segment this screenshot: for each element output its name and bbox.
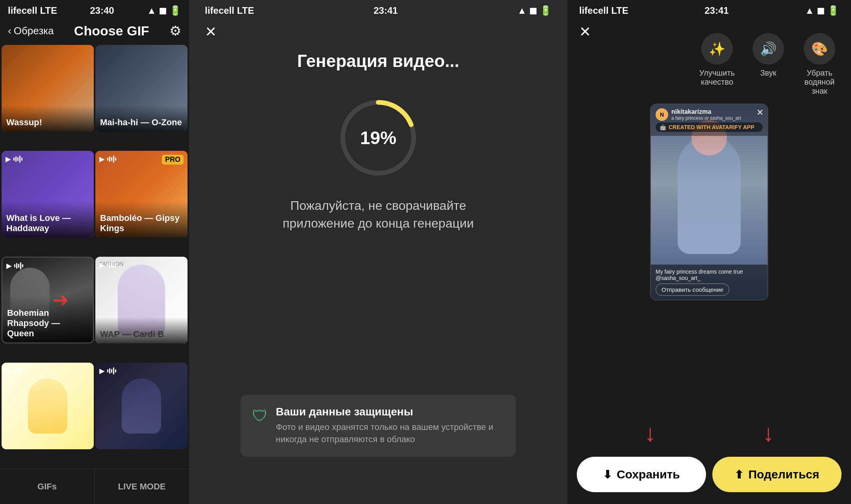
share-label: Поделиться [748,468,819,481]
bottom-tabs: GIFs LIVE MODE [0,469,189,504]
play-bar-gifs: ▶ [6,367,22,375]
send-message-button[interactable]: Отправить сообщение [656,284,729,296]
gif-item-wassup[interactable]: Wassup! [2,45,94,132]
waveform [13,156,22,163]
generation-subtitle: Пожалуйста, не сворачивайте приложение д… [282,197,474,232]
watermark-label: Убрать водяной знак [800,69,839,96]
watermark-icon: 🎨 [804,33,835,65]
chevron-left-icon: ‹ [8,25,11,37]
save-label: Сохранить [617,468,680,481]
waveform-6 [107,367,116,374]
gear-icon[interactable]: ⚙ [169,23,181,39]
security-body: Фото и видео хранятся только на вашем ус… [276,421,504,446]
play-icon-3: ▶ [6,261,12,270]
action-watermark[interactable]: 🎨 Убрать водяной знак [800,33,839,96]
action-sound[interactable]: 🔊 Звук [753,33,784,96]
tab-gifs[interactable]: GIFs [0,469,95,504]
video-footer: My fairy princess dreams come true @sash… [651,265,767,300]
enhance-label: Улучшить качество [697,69,737,87]
gif-label-wap: WAP — Cardi B [95,317,188,343]
share-icon: ⬆ [734,468,743,481]
play-bar-bohemian: ▶ [6,261,23,270]
user-info: N nikitakarizma a fairy princess or sash… [656,108,763,121]
close-button[interactable]: ✕ [205,24,217,40]
back-label: Обрезка [14,25,54,37]
security-title: Ваши данные защищены [276,406,504,418]
gif-item-gifs[interactable]: ▶ [2,363,94,449]
play-icon-2: ▶ [99,155,105,163]
gif-item-wap[interactable]: FASHION ▶ WAP — Cardi B [95,257,188,343]
video-close-icon: ✕ [756,107,764,118]
video-caption: My fairy princess dreams come true @sash… [656,269,763,281]
gif-label-maihahi: Mai-ha-hi — O-Zone [95,106,188,132]
enhance-icon: ✨ [701,33,733,65]
generation-title: Генерация видео... [297,51,459,71]
video-header: N nikitakarizma a fairy princess or sash… [651,104,767,136]
carrier-3: lifecell LTE [579,5,628,16]
progress-percent: 19% [360,127,396,148]
progress-circle-container: 19% [335,94,422,181]
panel-generation: lifecell LTE 23:41 ▲ ◼ 🔋 ✕ Генерация вид… [189,0,567,504]
status-bar-1: lifecell LTE 23:40 ▲ ◼ 🔋 [0,0,189,20]
play-icon: ▶ [6,155,11,163]
status-bar-2: lifecell LTE 23:41 ▲ ◼ 🔋 [189,0,567,20]
close-button-3[interactable]: ✕ [579,24,591,40]
sound-icon: 🔊 [753,33,784,65]
share-button[interactable]: ⬆ Поделиться [712,457,842,492]
waveform-5 [13,367,22,374]
battery-icons-1: ▲ ◼ 🔋 [147,5,181,16]
action-enhance[interactable]: ✨ Улучшить качество [697,33,737,96]
red-arrows: ↓ ↓ [567,415,851,450]
waveform-2 [107,156,116,163]
gif-item-maihahi[interactable]: Mai-ha-hi — O-Zone [95,45,188,132]
gif-label-whatlove: What is Love — Haddaway [2,201,94,237]
waveform-4 [107,261,116,269]
play-icon-6: ▶ [99,367,105,375]
bottom-actions: ⬇ Сохранить ⬆ Поделиться [567,450,851,504]
carrier-1: lifecell LTE [8,5,57,16]
video-card: N nikitakarizma a fairy princess or sash… [650,104,768,300]
save-button[interactable]: ⬇ Сохранить [577,457,706,492]
sound-label: Звук [760,69,776,78]
play-bar-bamboleo: ▶ [99,155,116,163]
gif-item-live[interactable]: ▶ [95,363,188,449]
play-bar-whatlove: ▶ [6,155,22,163]
time-1: 23:40 [90,5,114,16]
pro-badge: PRO [162,155,184,165]
gif-label-bamboleo: Bamboléo — Gipsy Kings [95,201,188,237]
gif-label-bohemian: Bohemian Rhapsody — Queen [2,296,93,343]
time-2: 23:41 [373,5,398,16]
sub-text: a fairy princess or sasha_sou_art [671,115,741,121]
battery-icons-2: ▲ ◼ 🔋 [517,5,552,16]
save-icon: ⬇ [603,468,612,481]
gif-item-bohemian[interactable]: ▶ ➜ Bohemian Rhapsody — Queen [2,257,94,343]
panel-share: lifecell LTE 23:41 ▲ ◼ 🔋 ✕ ✨ Улучшить ка… [567,0,851,504]
avatarify-badge: 🤖 CREATED WITH AVATARIFY APP [656,122,763,132]
gif-grid: Wassup! Mai-ha-hi — O-Zone ▶ What is Lov… [0,43,189,469]
play-bar-wap: ▶ [99,261,116,269]
arrow-down-right: ↓ [762,419,774,447]
nav-bar-1: ‹ Обрезка Choose GIF ⚙ [0,20,189,43]
waveform-3 [14,262,23,269]
battery-icons-3: ▲ ◼ 🔋 [805,5,839,16]
shield-icon: 🛡 [252,407,268,425]
tab-live-mode[interactable]: LIVE MODE [95,469,189,504]
gif-item-bamboleo[interactable]: ▶ PRO Bamboléo — Gipsy Kings [95,151,188,237]
time-3: 23:41 [704,5,728,16]
security-text: Ваши данные защищены Фото и видео хранят… [276,406,504,446]
play-bar-live: ▶ [99,367,116,375]
gif-item-whatlove[interactable]: ▶ What is Love — Haddaway [2,151,94,237]
username: nikitakarizma a fairy princess or sasha_… [671,108,741,121]
back-button[interactable]: ‹ Обрезка [8,25,54,37]
security-card: 🛡 Ваши данные защищены Фото и видео хран… [240,395,516,457]
carrier-2: lifecell LTE [205,5,254,16]
page-title: Choose GIF [74,23,149,39]
video-preview-area: N nikitakarizma a fairy princess or sash… [567,100,851,415]
status-bar-3: lifecell LTE 23:41 ▲ ◼ 🔋 [567,0,851,20]
avatar: N [656,108,668,121]
panel-choose-gif: lifecell LTE 23:40 ▲ ◼ 🔋 ‹ Обрезка Choos… [0,0,189,504]
play-icon-4: ▶ [99,261,105,269]
action-icons-row: ✨ Улучшить качество 🔊 Звук 🎨 Убрать водя… [567,25,851,100]
gif-label-wassup: Wassup! [2,106,94,132]
arrow-down-left: ↓ [644,419,656,447]
